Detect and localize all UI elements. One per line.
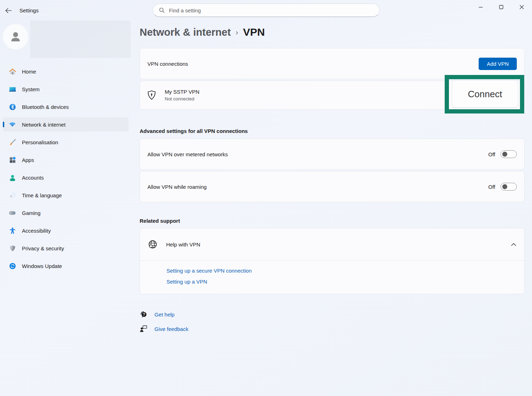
windows-update-icon <box>8 262 16 270</box>
back-button[interactable] <box>2 6 15 16</box>
gaming-icon <box>8 209 16 217</box>
window-controls <box>470 0 532 16</box>
search-placeholder: Find a setting <box>169 7 201 13</box>
vpn-connections-label: VPN connections <box>147 61 188 67</box>
sidebar-item-label: Gaming <box>22 210 41 216</box>
breadcrumb-separator-icon: › <box>236 28 238 36</box>
bluetooth-icon <box>8 103 16 111</box>
give-feedback-icon <box>140 325 147 333</box>
personalisation-icon <box>8 138 16 146</box>
breadcrumb-parent[interactable]: Network & internet <box>140 27 231 38</box>
minimize-button[interactable] <box>470 0 491 14</box>
related-support-card: Help with VPN Setting up a secure VPN co… <box>140 228 525 294</box>
toggle-knob <box>502 184 507 189</box>
support-link-setup-vpn[interactable]: Setting up a VPN <box>166 279 524 285</box>
accessibility-icon <box>8 227 16 234</box>
sidebar-item-system[interactable]: System <box>3 82 129 96</box>
sidebar-item-windows-update[interactable]: Windows Update <box>3 259 129 273</box>
system-icon <box>8 85 16 93</box>
sidebar-item-gaming[interactable]: Gaming <box>3 206 129 220</box>
maximize-button[interactable] <box>491 0 511 14</box>
vpn-shield-icon <box>147 90 156 100</box>
setting-card-metered: Allow VPN over metered networks Off <box>140 139 525 170</box>
sidebar-item-time-language[interactable]: Time & language <box>3 188 129 202</box>
support-link-secure-vpn[interactable]: Setting up a secure VPN connection <box>166 268 524 274</box>
help-with-vpn-row[interactable]: Help with VPN <box>140 228 524 260</box>
add-vpn-button[interactable]: Add VPN <box>479 58 517 70</box>
connect-button[interactable]: Connect <box>452 80 518 108</box>
sidebar-item-home[interactable]: Home <box>3 64 129 78</box>
vpn-connection-status: Not connected <box>165 96 199 101</box>
sidebar-item-accounts[interactable]: Accounts <box>3 170 129 185</box>
back-arrow-icon <box>5 8 12 13</box>
get-help-icon: ? <box>140 310 147 318</box>
network-icon <box>8 121 16 128</box>
sidebar-item-label: System <box>22 86 40 92</box>
get-help-link[interactable]: Get help <box>154 311 175 318</box>
privacy-icon <box>8 244 16 252</box>
sidebar-item-apps[interactable]: Apps <box>3 153 129 167</box>
toggle-knob <box>502 152 507 157</box>
sidebar-item-label: Time & language <box>22 192 62 198</box>
user-name-placeholder <box>30 21 131 58</box>
breadcrumb: Network & internet › VPN <box>140 26 265 38</box>
search-icon <box>159 7 165 13</box>
setting-card-roaming: Allow VPN while roaming Off <box>140 171 525 202</box>
setting-label: Allow VPN while roaming <box>147 184 207 190</box>
sidebar-item-personalisation[interactable]: Personalisation <box>3 135 129 149</box>
close-button[interactable] <box>511 0 532 14</box>
sidebar-nav: Home System Bluetooth & devices Network … <box>0 64 131 276</box>
accounts-icon <box>8 174 16 181</box>
sidebar-item-label: Network & internet <box>22 122 65 128</box>
sidebar-item-label: Privacy & security <box>22 245 64 251</box>
maximize-icon <box>499 5 504 10</box>
time-language-icon <box>8 191 16 199</box>
sidebar-item-label: Accounts <box>22 175 44 181</box>
sidebar-item-label: Home <box>22 69 36 75</box>
toggle-state-label: Off <box>488 184 495 190</box>
sidebar-item-network[interactable]: Network & internet <box>3 117 129 132</box>
give-feedback-row: Give feedback <box>140 325 188 333</box>
page-title: VPN <box>243 26 265 38</box>
sidebar-item-label: Bluetooth & devices <box>22 104 69 110</box>
help-with-vpn-label: Help with VPN <box>166 241 200 248</box>
roaming-toggle[interactable] <box>501 183 517 191</box>
apps-icon <box>8 156 16 164</box>
web-help-icon <box>148 240 157 249</box>
vpn-connection-name: My SSTP VPN <box>165 89 199 95</box>
get-help-row: ? Get help <box>140 310 175 318</box>
home-icon <box>8 68 16 75</box>
sidebar: Home System Bluetooth & devices Network … <box>0 20 131 396</box>
toggle-state-label: Off <box>488 151 495 157</box>
metered-networks-toggle[interactable] <box>501 150 517 158</box>
advanced-settings-heading: Advanced settings for all VPN connection… <box>140 128 248 134</box>
title-bar: Settings Find a setting <box>0 0 532 20</box>
sidebar-item-accessibility[interactable]: Accessibility <box>3 223 129 238</box>
app-title: Settings <box>19 7 39 13</box>
sidebar-item-label: Apps <box>22 157 34 163</box>
vpn-connections-card: VPN connections Add VPN <box>140 48 525 79</box>
user-avatar-icon <box>8 30 23 44</box>
chevron-up-icon[interactable] <box>511 243 516 246</box>
sidebar-item-bluetooth[interactable]: Bluetooth & devices <box>3 100 129 114</box>
sidebar-item-privacy[interactable]: Privacy & security <box>3 241 129 255</box>
sidebar-item-label: Accessibility <box>22 228 51 234</box>
search-input[interactable]: Find a setting <box>153 4 380 17</box>
sidebar-item-label: Personalisation <box>22 139 58 145</box>
avatar[interactable] <box>3 24 28 50</box>
svg-text:?: ? <box>143 313 145 316</box>
sidebar-item-label: Windows Update <box>22 263 62 269</box>
minimize-icon <box>478 5 483 10</box>
give-feedback-link[interactable]: Give feedback <box>154 326 188 332</box>
related-support-heading: Related support <box>140 218 180 224</box>
setting-label: Allow VPN over metered networks <box>147 151 228 157</box>
close-icon <box>519 5 524 10</box>
